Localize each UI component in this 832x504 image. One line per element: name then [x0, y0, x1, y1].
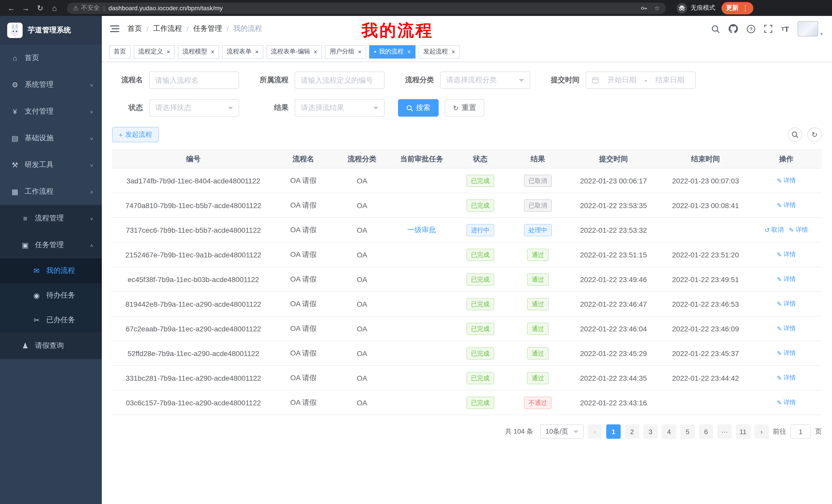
sidebar-item-devtools[interactable]: ⚒研发工具∨ — [0, 151, 102, 178]
category-select[interactable]: 请选择流程分类 — [440, 72, 530, 89]
close-icon[interactable]: × — [451, 48, 455, 55]
status-tag: 已完成 — [466, 248, 494, 261]
browser-menu-kebab-icon[interactable]: ⋮ — [742, 4, 749, 12]
bookmark-star-icon[interactable]: ☆ — [654, 4, 660, 11]
detail-link[interactable]: ✎详情 — [777, 398, 796, 407]
security-status[interactable]: ⚠ 不安全 — [73, 4, 100, 12]
tab-process-model[interactable]: 流程模型× — [178, 45, 219, 58]
close-icon[interactable]: × — [211, 48, 214, 55]
browser-home-icon[interactable]: ⌂ — [48, 2, 61, 14]
process-definition-input[interactable] — [301, 76, 379, 84]
browser-forward-icon[interactable]: → — [20, 2, 32, 14]
tab-start-process[interactable]: 发起流程× — [419, 45, 460, 58]
detail-link[interactable]: ✎详情 — [777, 325, 796, 333]
close-icon[interactable]: × — [166, 48, 170, 55]
url-text[interactable]: dashboard.yudao.iocoder.cn/bpm/task/my — [108, 4, 634, 11]
filter-category: 流程分类 请选择流程分类 — [398, 72, 530, 89]
page-size-select[interactable]: 10条/页 — [541, 424, 583, 439]
status-select[interactable]: 请选择状态 — [149, 99, 239, 117]
page-button-3[interactable]: 3 — [643, 424, 658, 439]
detail-link[interactable]: ✎详情 — [777, 250, 796, 259]
breadcrumb-item[interactable]: 首页 — [128, 24, 142, 33]
result-select[interactable]: 请选择流结果 — [295, 99, 385, 117]
help-icon[interactable]: ? — [747, 24, 755, 33]
detail-link[interactable]: ✎详情 — [777, 300, 796, 309]
cell-id: 03c6c157-7b9a-11ec-a290-acde48001122 — [112, 390, 275, 415]
close-icon[interactable]: × — [407, 48, 411, 55]
sidebar-item-todo-tasks[interactable]: ◉待办任务 — [0, 283, 102, 308]
sidebar-item-leave-query[interactable]: ♟请假查询 — [0, 332, 102, 359]
refresh-icon[interactable]: ↻ — [807, 128, 822, 142]
sidebar-item-system[interactable]: ⚙系统管理∨ — [0, 72, 102, 98]
cell-current-task — [392, 341, 451, 366]
detail-link[interactable]: ✎详情 — [777, 275, 796, 284]
next-page-button[interactable]: › — [754, 424, 769, 439]
detail-link[interactable]: ✎详情 — [777, 176, 796, 185]
sidebar-item-my-process[interactable]: ✉我的流程 — [0, 258, 102, 283]
breadcrumb-item[interactable]: 工作流程 — [153, 24, 182, 33]
page-button-4[interactable]: 4 — [662, 424, 676, 439]
prev-page-button[interactable]: ‹ — [588, 424, 602, 439]
tags-view: 首页 流程定义× 流程模型× 流程表单× 流程表单-编辑× 用户分组× ●我的流… — [102, 41, 832, 62]
result-tag: 处理中 — [524, 224, 552, 236]
close-icon[interactable]: × — [255, 48, 259, 55]
browser-update-button[interactable]: 更新 ⋮ — [722, 2, 753, 14]
page-button-6[interactable]: 6 — [699, 424, 713, 439]
start-process-button[interactable]: + 发起流程 — [112, 127, 159, 142]
cell-result: 已取消 — [509, 193, 567, 218]
search-toggle-icon[interactable] — [788, 128, 802, 142]
sidebar-item-done-tasks[interactable]: ✂已办任务 — [0, 308, 102, 332]
fullscreen-icon[interactable] — [764, 25, 772, 33]
reset-button[interactable]: ↻ 重置 — [445, 99, 485, 117]
tab-user-group[interactable]: 用户分组× — [325, 45, 366, 58]
sidebar-item-payment[interactable]: ¥支付管理∨ — [0, 98, 102, 125]
page-ellipsis[interactable]: ··· — [717, 424, 732, 439]
goto-page-input[interactable] — [790, 424, 811, 439]
github-icon[interactable] — [729, 24, 738, 33]
page-button-2[interactable]: 2 — [625, 424, 639, 439]
warning-icon: ⚠ — [73, 4, 79, 11]
user-menu[interactable]: ▾ — [798, 21, 823, 36]
breadcrumb-item[interactable]: 任务管理 — [193, 24, 222, 33]
sidebar-item-process-management[interactable]: ≡流程管理∨ — [0, 205, 102, 232]
tab-process-form-edit[interactable]: 流程表单-编辑× — [266, 45, 322, 58]
process-name-input[interactable] — [155, 76, 233, 84]
date-start-placeholder[interactable]: 开始日期 — [602, 76, 642, 85]
page-button-1[interactable]: 1 — [606, 424, 621, 439]
page-button-11[interactable]: 11 — [736, 424, 750, 439]
tab-process-definition[interactable]: 流程定义× — [134, 45, 175, 58]
logo[interactable]: 芋道管理系统 — [0, 16, 102, 45]
date-end-placeholder[interactable]: 结束日期 — [650, 76, 690, 85]
sidebar-item-infrastructure[interactable]: ▤基础设施∨ — [0, 125, 102, 151]
detail-link[interactable]: ✎详情 — [789, 226, 808, 234]
sidebar-item-workflow[interactable]: ▦工作流程∧ — [0, 178, 102, 205]
tab-home[interactable]: 首页 — [109, 45, 131, 58]
cancel-link[interactable]: ↺取消 — [765, 226, 784, 234]
avatar[interactable] — [798, 21, 818, 36]
font-size-icon[interactable]: TT — [781, 24, 789, 33]
page-button-5[interactable]: 5 — [680, 424, 695, 439]
search-icon[interactable] — [711, 24, 720, 33]
cell-actions: ✎详情 — [751, 366, 822, 390]
close-icon[interactable]: × — [358, 48, 362, 55]
sidebar-item-home[interactable]: ⌂首页 — [0, 45, 102, 72]
detail-link[interactable]: ✎详情 — [777, 201, 796, 210]
password-key-icon[interactable] — [640, 4, 647, 11]
column-header-id: 编号 — [112, 150, 275, 168]
cell-actions: ✎详情 — [751, 242, 822, 267]
date-range-picker[interactable]: 开始日期 - 结束日期 — [586, 72, 696, 89]
tab-my-process[interactable]: ●我的流程× — [369, 45, 415, 58]
sidebar-item-label: 待办任务 — [46, 291, 75, 300]
tab-process-form[interactable]: 流程表单× — [222, 45, 263, 58]
detail-link[interactable]: ✎详情 — [777, 349, 796, 358]
sidebar-item-task-management[interactable]: ▣任务管理∧ — [0, 232, 102, 258]
cell-category: OA — [332, 168, 392, 193]
search-button[interactable]: 搜索 — [398, 99, 439, 117]
browser-back-icon[interactable]: ← — [5, 2, 18, 14]
detail-link[interactable]: ✎详情 — [777, 374, 796, 383]
current-task-link[interactable]: 一级审批 — [407, 225, 436, 233]
browser-reload-icon[interactable]: ↻ — [34, 2, 46, 14]
close-icon[interactable]: × — [314, 48, 317, 55]
sidebar-toggle-icon[interactable] — [102, 16, 128, 41]
address-bar[interactable]: ⚠ 不安全 | dashboard.yudao.iocoder.cn/bpm/t… — [67, 2, 666, 13]
